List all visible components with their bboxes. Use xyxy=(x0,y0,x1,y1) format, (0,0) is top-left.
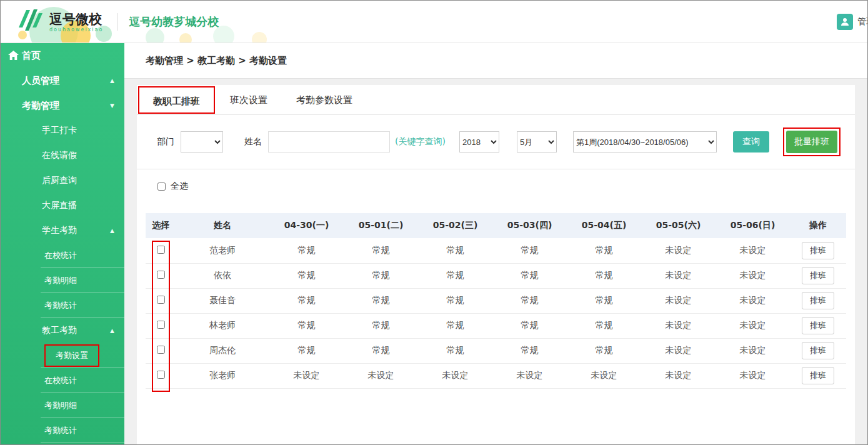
name-input[interactable] xyxy=(268,131,390,152)
column-header: 姓名 xyxy=(176,213,269,238)
day-cell: 常规 xyxy=(492,313,567,338)
sidebar-item-staff-attendance-detail[interactable]: 考勤明细 xyxy=(1,393,124,418)
sidebar-item-staff-campus-stats[interactable]: 在校统计 xyxy=(1,368,124,393)
month-select[interactable]: 5月 xyxy=(517,131,557,152)
sidebar-item-label: 考勤设置 xyxy=(44,344,99,367)
filter-row: 部门 姓名 (关键字查询) 2018 5月 第1周(2018/04/30~201… xyxy=(137,115,855,169)
tab-staff-scheduling[interactable]: 教职工排班 xyxy=(138,86,215,114)
sidebar-item-home[interactable]: 首页 xyxy=(1,43,124,68)
sidebar-item-personnel-management[interactable]: 人员管理▲ xyxy=(1,68,124,93)
teacher-name: 张老师 xyxy=(176,363,269,388)
teacher-name: 依依 xyxy=(176,263,269,288)
main-area: 考勤管理 > 教工考勤 > 考勤设置 教职工排班班次设置考勤参数设置 部门 姓名… xyxy=(124,43,867,444)
sidebar-item-kitchen-query[interactable]: 后厨查询 xyxy=(1,168,124,193)
row-checkbox[interactable] xyxy=(157,371,165,379)
day-cell: 常规 xyxy=(344,313,418,338)
sidebar-item-label: 考勤明细 xyxy=(44,400,77,411)
tab-attendance-params[interactable]: 考勤参数设置 xyxy=(282,86,366,114)
chevron-up-icon: ▲ xyxy=(110,228,114,234)
teacher-name: 林老师 xyxy=(176,313,269,338)
sidebar-item-label: 考勤管理 xyxy=(22,100,59,112)
sidebar-item-student-attendance[interactable]: 学生考勤▲ xyxy=(1,218,124,243)
table-row: 周杰伦常规常规常规常规常规未设定未设定排班 xyxy=(146,338,846,363)
user-label: 管理 xyxy=(857,16,867,28)
app-window: 逗号微校 douhaoweixiao 逗号幼教芗城分校 管理 首页人员管理▲考勤… xyxy=(0,0,868,445)
chevron-up-icon: ▲ xyxy=(110,328,114,334)
row-checkbox[interactable] xyxy=(157,271,165,279)
day-cell: 常规 xyxy=(269,238,344,263)
select-all-checkbox[interactable] xyxy=(157,182,166,191)
day-cell: 未设定 xyxy=(716,238,790,263)
day-cell: 常规 xyxy=(418,338,492,363)
table-row: 张老师未设定未设定未设定未设定未设定未设定未设定排班 xyxy=(146,363,846,388)
day-cell: 常规 xyxy=(418,238,492,263)
sidebar-item-label: 首页 xyxy=(22,50,41,62)
sidebar-item-student-attendance-stats[interactable]: 考勤统计 xyxy=(1,293,124,318)
keyword-hint: (关键字查询) xyxy=(395,136,446,148)
schedule-button[interactable]: 排班 xyxy=(802,342,834,359)
day-cell: 未设定 xyxy=(492,363,567,388)
user-avatar-icon[interactable] xyxy=(837,14,853,30)
sidebar-menu: 首页人员管理▲考勤管理▼手工打卡在线请假后厨查询大屏直播学生考勤▲在校统计考勤明… xyxy=(1,43,124,443)
teacher-name: 周杰伦 xyxy=(176,338,269,363)
sidebar-item-label: 在线请假 xyxy=(42,150,77,161)
day-cell: 常规 xyxy=(567,313,641,338)
sidebar-item-label: 考勤统计 xyxy=(44,425,77,436)
day-cell: 常规 xyxy=(269,338,344,363)
day-cell: 常规 xyxy=(418,313,492,338)
sidebar-item-label: 考勤明细 xyxy=(44,275,77,286)
tab-shift-settings[interactable]: 班次设置 xyxy=(216,86,281,114)
day-cell: 常规 xyxy=(567,338,641,363)
schedule-button[interactable]: 排班 xyxy=(802,292,834,309)
week-select[interactable]: 第1周(2018/04/30~2018/05/06) xyxy=(573,131,717,152)
sidebar-item-attendance-management[interactable]: 考勤管理▼ xyxy=(1,93,124,118)
sidebar-item-big-screen-live[interactable]: 大屏直播 xyxy=(1,193,124,218)
column-header: 05-01(二) xyxy=(344,213,418,238)
day-cell: 未设定 xyxy=(567,363,641,388)
sidebar-item-staff-attendance[interactable]: 教工考勤▲ xyxy=(1,318,124,343)
day-cell: 未设定 xyxy=(641,313,716,338)
department-select[interactable] xyxy=(181,131,223,152)
day-cell: 未设定 xyxy=(418,363,492,388)
row-checkbox[interactable] xyxy=(157,246,165,254)
logo-title: 逗号微校 xyxy=(49,12,103,27)
sidebar-item-student-attendance-detail[interactable]: 考勤明细 xyxy=(1,268,124,293)
schedule-button[interactable]: 排班 xyxy=(802,367,834,384)
day-cell: 常规 xyxy=(269,263,344,288)
schedule-button[interactable]: 排班 xyxy=(802,242,834,259)
day-cell: 常规 xyxy=(492,238,567,263)
year-select[interactable]: 2018 xyxy=(459,131,499,152)
row-checkbox[interactable] xyxy=(157,321,165,329)
row-checkbox[interactable] xyxy=(157,296,165,304)
day-cell: 常规 xyxy=(418,263,492,288)
content-card: 教职工排班班次设置考勤参数设置 部门 姓名 (关键字查询) 2018 5月 第1… xyxy=(137,85,855,444)
day-cell: 常规 xyxy=(567,288,641,313)
breadcrumb: 考勤管理 > 教工考勤 > 考勤设置 xyxy=(146,55,287,67)
row-checkbox[interactable] xyxy=(157,346,165,354)
day-cell: 未设定 xyxy=(641,238,716,263)
query-button[interactable]: 查询 xyxy=(733,131,769,152)
select-all-label: 全选 xyxy=(171,181,188,192)
tabs: 教职工排班班次设置考勤参数设置 xyxy=(137,85,855,115)
header-separator xyxy=(117,13,117,31)
table-header-row: 选择姓名04-30(一)05-01(二)05-02(三)05-03(四)05-0… xyxy=(146,213,846,238)
sidebar-item-online-leave[interactable]: 在线请假 xyxy=(1,143,124,168)
batch-schedule-button[interactable]: 批量排班 xyxy=(786,131,837,153)
sidebar-item-label: 教工考勤 xyxy=(42,325,77,336)
sidebar-item-student-campus-stats[interactable]: 在校统计 xyxy=(1,243,124,268)
sidebar-item-attendance-settings[interactable]: 考勤设置 xyxy=(1,343,124,368)
breadcrumb-bar: 考勤管理 > 教工考勤 > 考勤设置 xyxy=(124,43,867,79)
sidebar-item-manual-punch[interactable]: 手工打卡 xyxy=(1,118,124,143)
schedule-button[interactable]: 排班 xyxy=(802,317,834,334)
sidebar-item-staff-attendance-stats[interactable]: 考勤统计 xyxy=(1,418,124,443)
schedule-button[interactable]: 排班 xyxy=(802,267,834,284)
day-cell: 未设定 xyxy=(641,288,716,313)
column-header: 05-06(日) xyxy=(716,213,790,238)
day-cell: 常规 xyxy=(492,338,567,363)
name-label: 姓名 xyxy=(244,136,262,148)
day-cell: 未设定 xyxy=(716,338,790,363)
user-area: 管理 xyxy=(837,14,867,30)
sidebar-item-label: 学生考勤 xyxy=(42,225,77,236)
table-row: 依依常规常规常规常规常规未设定未设定排班 xyxy=(146,263,846,288)
day-cell: 常规 xyxy=(269,288,344,313)
